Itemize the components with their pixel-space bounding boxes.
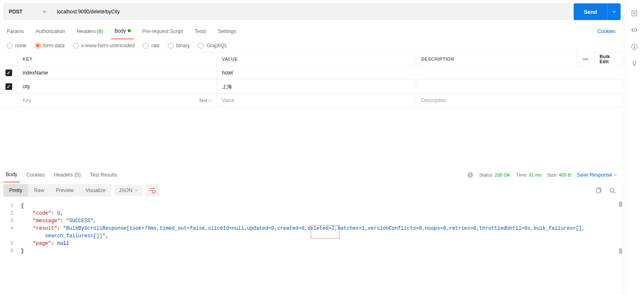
response-body[interactable]: 1{ 2 "code": 0, 3 "message": "SUCCESS", … — [0, 199, 624, 295]
new-row: Text — [0, 94, 624, 108]
table-header: KEY VALUE DESCRIPTION ••• Bulk Edit — [0, 52, 624, 66]
globe-icon — [467, 172, 473, 178]
col-key: KEY — [18, 52, 217, 66]
chevron-down-icon — [612, 10, 616, 14]
svg-rect-4 — [597, 188, 600, 192]
chevron-down-icon — [208, 99, 211, 102]
radio-xwww[interactable]: x-www-form-urlencoded — [73, 43, 134, 49]
value-cell[interactable]: hotel — [217, 66, 416, 80]
bulk-edit-button[interactable]: Bulk Edit — [595, 52, 624, 66]
wrap-lines-button[interactable] — [146, 184, 159, 197]
url-input[interactable] — [52, 3, 570, 20]
svg-point-12 — [634, 45, 635, 46]
radio-raw[interactable]: raw — [143, 43, 159, 49]
col-description: DESCRIPTION — [416, 52, 577, 66]
response-tabs: Body Cookies Headers (5) Test Results St… — [0, 167, 624, 182]
table-row: indexName hotel — [0, 66, 624, 80]
lightbulb-icon[interactable] — [631, 60, 638, 67]
view-mode-tabs: Pretty Raw Preview Visualize — [3, 184, 111, 197]
tab-settings[interactable]: Settings — [215, 23, 240, 39]
unsaved-dot-icon — [128, 29, 131, 32]
send-dropdown-button[interactable] — [607, 3, 621, 20]
send-button-group: Send — [574, 3, 621, 20]
view-pretty[interactable]: Pretty — [3, 184, 28, 197]
radio-graphql[interactable]: GraphQL — [198, 43, 227, 49]
new-key-input[interactable] — [23, 97, 199, 103]
desc-cell[interactable] — [416, 66, 624, 80]
copy-icon[interactable] — [595, 187, 602, 194]
chevron-down-icon — [135, 189, 138, 192]
radio-none[interactable]: none — [7, 43, 26, 49]
url-bar: POST Send — [0, 0, 624, 23]
http-method-select[interactable]: POST — [3, 3, 52, 20]
search-icon[interactable] — [609, 187, 616, 194]
status-label: Status: 200 OK — [479, 172, 510, 177]
row-checkbox[interactable] — [5, 83, 12, 90]
desc-cell[interactable] — [416, 80, 624, 93]
format-select[interactable]: JSON — [115, 185, 142, 196]
tab-authorization[interactable]: Authorization — [32, 23, 68, 39]
resp-tab-tests[interactable]: Test Results — [88, 167, 120, 182]
chevron-down-icon — [614, 173, 617, 177]
key-type-select[interactable]: Text — [199, 98, 211, 103]
table-row: city 上海 — [0, 80, 624, 94]
save-response-button[interactable]: Save Response — [577, 172, 617, 178]
resp-tab-headers[interactable]: Headers (5) — [52, 167, 83, 182]
radio-form-data[interactable]: form-data — [35, 43, 64, 49]
col-value: VALUE — [217, 52, 416, 66]
tab-params[interactable]: Params — [3, 23, 27, 39]
tab-body[interactable]: Body — [111, 23, 134, 39]
documentation-icon[interactable] — [631, 10, 638, 17]
svg-line-10 — [634, 28, 635, 32]
view-preview[interactable]: Preview — [50, 184, 80, 197]
wrap-icon — [149, 187, 156, 193]
request-tabs: Params Authorization Headers (9) Body Pr… — [0, 23, 624, 39]
form-data-table: KEY VALUE DESCRIPTION ••• Bulk Edit inde… — [0, 52, 624, 108]
value-cell[interactable]: 上海 — [217, 80, 416, 93]
chevron-down-icon — [42, 10, 46, 14]
svg-line-6 — [613, 192, 615, 193]
svg-rect-7 — [632, 11, 637, 16]
code-icon[interactable] — [631, 27, 638, 33]
new-desc-input[interactable] — [421, 97, 619, 103]
response-view-controls: Pretty Raw Preview Visualize JSON — [0, 182, 624, 199]
radio-binary[interactable]: binary — [168, 43, 190, 49]
tab-tests[interactable]: Tests — [191, 23, 209, 39]
right-sidebar — [624, 0, 644, 295]
tab-prerequest[interactable]: Pre-request Script — [139, 23, 186, 39]
resp-tab-cookies[interactable]: Cookies — [24, 167, 47, 182]
main-area: POST Send Params Authorization Headers (… — [0, 0, 624, 295]
tab-headers[interactable]: Headers (9) — [73, 23, 106, 39]
time-label: Time: 91 ms — [516, 172, 541, 177]
key-cell[interactable]: indexName — [18, 66, 217, 80]
new-value-input[interactable] — [222, 97, 411, 103]
send-button[interactable]: Send — [574, 3, 607, 20]
row-checkbox[interactable] — [5, 69, 12, 76]
resp-tab-body[interactable]: Body — [3, 167, 20, 182]
response-action-icons — [595, 187, 621, 194]
more-options-button[interactable]: ••• — [577, 52, 595, 66]
body-type-selector: none form-data x-www-form-urlencoded raw… — [0, 39, 624, 52]
view-raw[interactable]: Raw — [28, 184, 50, 197]
view-visualize[interactable]: Visualize — [80, 184, 111, 197]
http-method-value: POST — [9, 9, 23, 15]
response-meta: Status: 200 OK Time: 91 ms Size: 409 B S… — [467, 172, 621, 178]
key-cell[interactable]: city — [18, 80, 217, 93]
size-label: Size: 409 B — [547, 172, 571, 177]
scrollbar-thumb[interactable] — [619, 248, 622, 254]
scrollbar-thumb[interactable] — [619, 201, 622, 207]
svg-point-5 — [610, 188, 614, 192]
info-icon[interactable] — [631, 44, 638, 50]
cookies-link[interactable]: Cookies — [598, 28, 621, 34]
